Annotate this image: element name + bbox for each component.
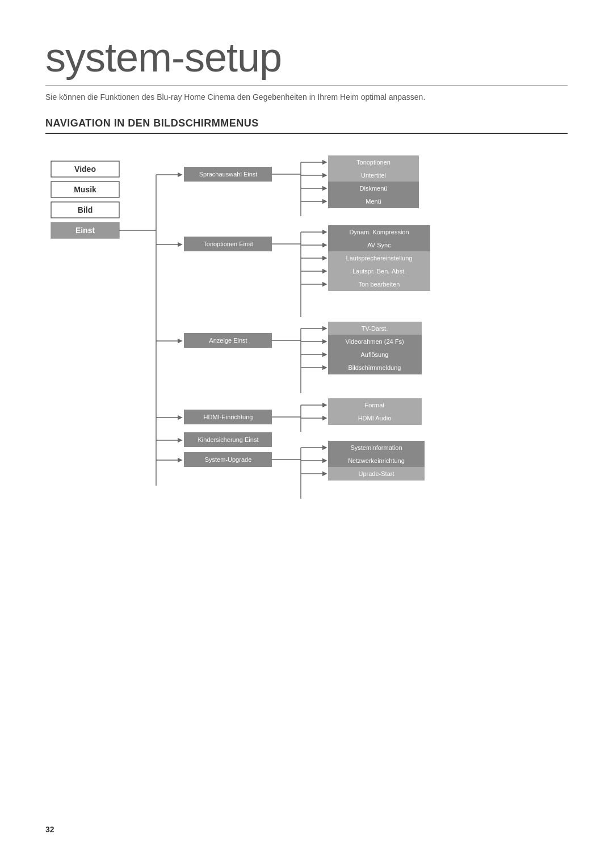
section-heading: NAVIGATION IN DEN BILDSCHIRMMENUS (45, 117, 568, 134)
sub2-bildschirm: Bildschirmmeldung (349, 364, 401, 371)
sub2-netzwerk: Netzwerkeinrichtung (348, 457, 405, 464)
sub2-dynam: Dynam. Kompression (349, 229, 409, 235)
sub2-untertitel: Untertitel (361, 172, 386, 179)
sub2-hdmi-audio: HDMI Audio (358, 415, 392, 422)
menu-einst: Einst (75, 226, 95, 235)
sub1-system-upgrade: System-Upgrade (205, 456, 252, 463)
subtitle: Sie können die Funktionen des Blu-ray Ho… (45, 92, 568, 102)
page-title: system-setup (45, 34, 568, 86)
sub1-anzeige: Anzeige Einst (209, 337, 247, 344)
sub1-tonoptionen: Tonoptionen Einst (203, 241, 253, 247)
sub1-sprachauswahl: Sprachauswahl Einst (199, 171, 258, 178)
menu-bild: Bild (78, 205, 93, 214)
sub2-uprade: Uprade-Start (359, 470, 394, 477)
sub1-hdmi: HDMI-Einrichtung (204, 414, 253, 420)
sub2-menü: Menü (366, 198, 381, 205)
sub2-lautspr-abst: Lautspr.-Ben.-Abst. (352, 268, 406, 275)
sub2-ton-bearbeiten: Ton bearbeiten (359, 281, 400, 288)
sub2-videorahmen: Videorahmen (24 Fs) (345, 338, 404, 345)
diagram: Video Musik Bild Einst Sprachauswahl Ein… (45, 151, 556, 503)
sub2-lautsprecher: Lautsprechereinstellung (346, 255, 413, 262)
menu-video: Video (74, 165, 96, 174)
diagram-svg: Video Musik Bild Einst Sprachauswahl Ein… (45, 151, 556, 520)
sub2-tv-darst: TV-Darst. (362, 325, 388, 332)
sub2-format: Format (365, 402, 385, 408)
sub2-aufloesung: Auflösung (361, 351, 389, 358)
page-number: 32 (45, 825, 54, 834)
sub2-systeminfo: Systeminformation (350, 444, 402, 451)
sub2-diskmenü: Diskmenü (360, 185, 388, 192)
sub2-tonoptionen: Tonoptionen (356, 159, 391, 166)
sub2-avsync: AV Sync (367, 242, 391, 248)
menu-musik: Musik (74, 185, 96, 194)
sub1-kindersicherung: Kindersicherung Einst (198, 436, 258, 443)
